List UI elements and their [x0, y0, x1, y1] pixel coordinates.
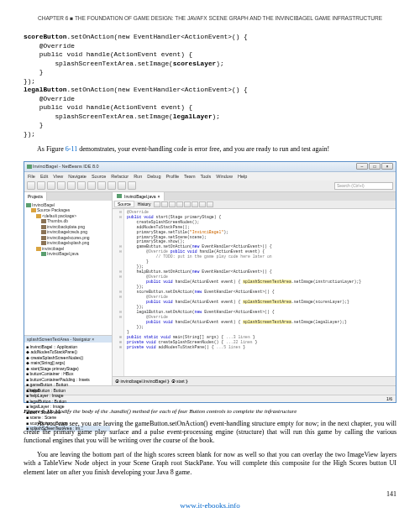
editor-button[interactable]: [199, 201, 206, 207]
menubar: File Edit View Navigate Source Refactor …: [24, 172, 396, 181]
window-titlebar: InvinciBagel - NetBeans IDE 8.0 – □ ×: [24, 162, 396, 172]
breadcrumb[interactable]: ⦿ invincibagel.InvinciBagel ⟫ ⦿ start ⟫: [115, 379, 188, 384]
menu-profile[interactable]: Profile: [165, 174, 179, 179]
navigator-header: splashScreenTextArea - Navigator ×: [24, 336, 112, 343]
maximize-button[interactable]: □: [369, 163, 381, 170]
toolbar-button[interactable]: [128, 181, 136, 190]
editor-toolbar: Source History: [113, 201, 396, 209]
ide-screenshot: InvinciBagel - NetBeans IDE 8.0 – □ × Fi…: [24, 161, 396, 403]
toolbar-button[interactable]: [87, 181, 96, 190]
toolbar-button[interactable]: [47, 181, 55, 190]
projects-tab-label[interactable]: Projects: [24, 192, 47, 201]
figure-caption: Figure 6-11. Modify the body of the .han…: [24, 408, 396, 415]
menu-navigate[interactable]: Navigate: [68, 174, 87, 179]
menu-team[interactable]: Team: [184, 174, 195, 179]
paragraph-3: You are leaving the bottom part of the h…: [24, 451, 396, 477]
menu-source[interactable]: Source: [92, 174, 106, 179]
editor-button[interactable]: [192, 201, 198, 207]
project-tree[interactable]: InvinciBagel Source Packages <default pa…: [24, 201, 112, 335]
toolbar-button[interactable]: [37, 181, 45, 190]
toolbar-button[interactable]: [77, 181, 86, 190]
menu-refactor[interactable]: Refactor: [111, 174, 129, 179]
editor-button[interactable]: [169, 201, 176, 207]
menu-window[interactable]: Window: [216, 174, 233, 179]
editor-button[interactable]: [176, 201, 183, 207]
menu-view[interactable]: View: [53, 174, 63, 179]
toolbar-button[interactable]: [108, 181, 116, 190]
history-tab[interactable]: History: [135, 201, 154, 207]
source-code: @Override public void start(Stage primar…: [124, 209, 396, 376]
toolbar-button[interactable]: [67, 181, 76, 190]
toolbar-button[interactable]: [97, 181, 106, 190]
breadcrumb-bar: ⦿ invincibagel.InvinciBagel ⟫ ⦿ start ⟫: [113, 376, 396, 385]
close-button[interactable]: ×: [381, 163, 393, 170]
line-gutter: ⊟⊟⊟⊟⊟⊟⊟⊟⊟⊟⊞⊞⊞: [113, 209, 124, 376]
editor-button[interactable]: [154, 201, 160, 207]
page-number: 141: [386, 490, 396, 498]
toolbar-button[interactable]: [27, 181, 35, 190]
chapter-header: CHAPTER 6 ■ THE FOUNDATION OF GAME DESIG…: [24, 15, 396, 21]
editor-button[interactable]: [207, 201, 213, 207]
editor-tab[interactable]: InvinciBagel.java ×: [113, 192, 165, 201]
code-block: scoreButton.setOnAction(new EventHandler…: [24, 33, 396, 139]
footer-link[interactable]: www.it-ebooks.info: [0, 501, 420, 510]
menu-run[interactable]: Run: [134, 174, 142, 179]
projects-tab: Projects: [24, 192, 112, 201]
editor-button[interactable]: [161, 201, 168, 207]
menu-file[interactable]: File: [28, 174, 35, 179]
toolbar: Search (Ctrl+I): [24, 181, 396, 192]
code-editor[interactable]: ⊟⊟⊟⊟⊟⊟⊟⊟⊟⊟⊞⊞⊞ @Override public void star…: [113, 209, 396, 376]
search-input[interactable]: Search (Ctrl+I): [334, 182, 393, 190]
editor-button[interactable]: [184, 201, 191, 207]
menu-help[interactable]: Help: [238, 174, 247, 179]
source-tab[interactable]: Source: [114, 201, 134, 207]
window-title: InvinciBagel - NetBeans IDE 8.0: [33, 164, 356, 169]
editor-tabs: InvinciBagel.java ×: [113, 192, 396, 201]
toolbar-button[interactable]: [118, 181, 126, 190]
menu-edit[interactable]: Edit: [40, 174, 48, 179]
paragraph-1: As Figure 6-11 demonstrates, your event-…: [24, 145, 396, 154]
toolbar-button[interactable]: [57, 181, 66, 190]
menu-tools[interactable]: Tools: [201, 174, 212, 179]
paragraph-2: As you can see, you are leaving the game…: [24, 420, 396, 446]
minimize-button[interactable]: –: [356, 163, 368, 170]
app-icon: [27, 165, 32, 169]
menu-debug[interactable]: Debug: [147, 174, 160, 179]
status-right: 1/6: [386, 396, 392, 401]
